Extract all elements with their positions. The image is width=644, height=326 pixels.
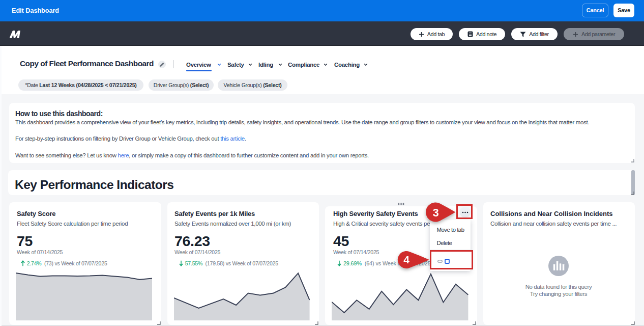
svg-text:3: 3 (432, 206, 438, 219)
svg-text:4: 4 (403, 254, 409, 265)
